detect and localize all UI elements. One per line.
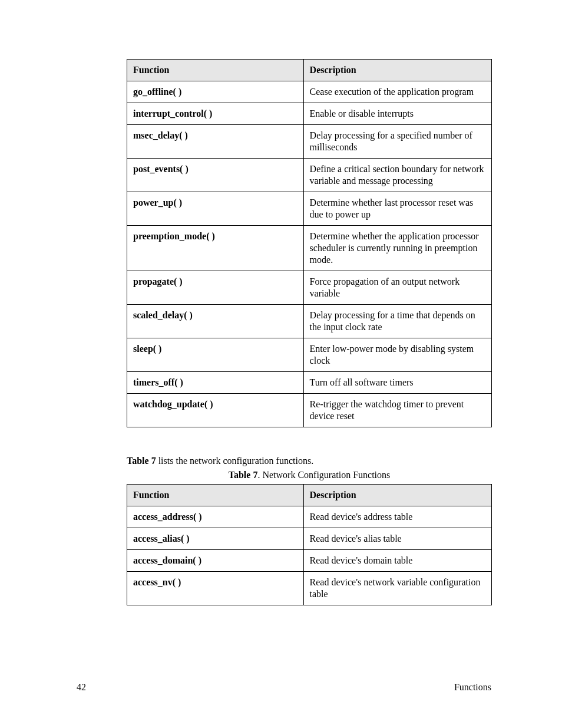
caption-label: Table 7 (229, 470, 258, 480)
col-description: Description (303, 485, 491, 506)
fn-name: go_offline( ) (127, 81, 304, 103)
fn-name: post_events( ) (127, 159, 304, 192)
fn-name: watchdog_update( ) (127, 394, 304, 427)
page-number: 42 (77, 682, 86, 693)
fn-desc: Enter low-power mode by disabling system… (303, 338, 491, 372)
fn-name: timers_off( ) (127, 372, 304, 394)
fn-desc: Define a critical section boundary for n… (303, 159, 491, 192)
fn-name: preemption_mode( ) (127, 226, 304, 271)
fn-desc: Read device's alias table (303, 528, 491, 550)
fn-desc: Turn off all software timers (303, 372, 491, 394)
section-name: Functions (454, 682, 491, 693)
table-network-configuration: Function Description access_address( )Re… (127, 484, 492, 605)
fn-desc: Determine whether the application proces… (303, 226, 491, 271)
intro-text: lists the network configuration function… (156, 456, 314, 466)
table-row: interrupt_control( )Enable or disable in… (127, 103, 492, 125)
fn-name: scaled_delay( ) (127, 305, 304, 338)
table-7-intro: Table 7 lists the network configuration … (127, 456, 491, 466)
table-header-row: Function Description (127, 485, 492, 506)
fn-name: access_nv( ) (127, 572, 304, 605)
caption-text: . Network Configuration Functions (257, 470, 390, 480)
table-row: access_domain( )Read device's domain tab… (127, 550, 492, 572)
col-function: Function (127, 60, 304, 81)
fn-name: access_address( ) (127, 506, 304, 528)
fn-desc: Delay processing for a specified number … (303, 125, 491, 159)
table-row: preemption_mode( )Determine whether the … (127, 226, 492, 271)
table-row: power_up( )Determine whether last proces… (127, 192, 492, 226)
fn-desc: Force propagation of an output network v… (303, 271, 491, 305)
fn-name: access_domain( ) (127, 550, 304, 572)
table-header-row: Function Description (127, 60, 492, 81)
fn-name: sleep( ) (127, 338, 304, 372)
page-footer: 42 Functions (77, 682, 491, 693)
fn-desc: Read device's address table (303, 506, 491, 528)
table-row: msec_delay( )Delay processing for a spec… (127, 125, 492, 159)
table-row: go_offline( )Cease execution of the appl… (127, 81, 492, 103)
fn-desc: Read device's domain table (303, 550, 491, 572)
fn-desc: Re-trigger the watchdog timer to prevent… (303, 394, 491, 427)
fn-desc: Determine whether last processor reset w… (303, 192, 491, 226)
fn-desc: Enable or disable interrupts (303, 103, 491, 125)
table-execution-control: Function Description go_offline( )Cease … (127, 59, 492, 427)
fn-desc: Read device's network variable configura… (303, 572, 491, 605)
fn-name: access_alias( ) (127, 528, 304, 550)
table-row: access_address( )Read device's address t… (127, 506, 492, 528)
col-function: Function (127, 485, 304, 506)
fn-name: propagate( ) (127, 271, 304, 305)
table-row: timers_off( )Turn off all software timer… (127, 372, 492, 394)
table-row: post_events( )Define a critical section … (127, 159, 492, 192)
fn-name: interrupt_control( ) (127, 103, 304, 125)
fn-name: power_up( ) (127, 192, 304, 226)
fn-name: msec_delay( ) (127, 125, 304, 159)
fn-desc: Cease execution of the application progr… (303, 81, 491, 103)
table-row: watchdog_update( )Re-trigger the watchdo… (127, 394, 492, 427)
table-7-caption: Table 7. Network Configuration Functions (127, 470, 492, 480)
col-description: Description (303, 60, 491, 81)
table-row: scaled_delay( )Delay processing for a ti… (127, 305, 492, 338)
table-row: propagate( )Force propagation of an outp… (127, 271, 492, 305)
table-row: access_nv( )Read device's network variab… (127, 572, 492, 605)
page: Function Description go_offline( )Cease … (0, 0, 562, 728)
table-7-ref: Table 7 (127, 456, 156, 466)
table-row: sleep( )Enter low-power mode by disablin… (127, 338, 492, 372)
fn-desc: Delay processing for a time that depends… (303, 305, 491, 338)
table-row: access_alias( )Read device's alias table (127, 528, 492, 550)
